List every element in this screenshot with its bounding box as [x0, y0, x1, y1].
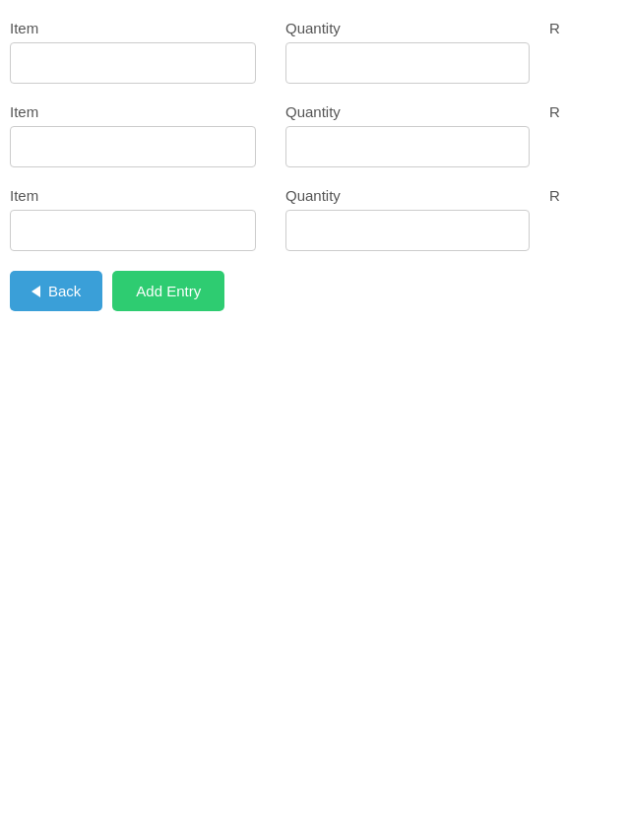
entry-row-1: Item Quantity R [10, 20, 620, 84]
add-entry-label: Add Entry [136, 283, 201, 299]
form-container: Item Quantity R Item Quantity R Item [0, 10, 630, 321]
add-entry-button[interactable]: Add Entry [112, 271, 224, 311]
back-button-label: Back [48, 283, 81, 299]
quantity-input-1[interactable] [285, 42, 530, 84]
item-label-3: Item [10, 187, 256, 204]
item-field-group-3: Item [10, 187, 256, 251]
item-input-1[interactable] [10, 42, 256, 84]
entry-row-3: Item Quantity R [10, 187, 620, 251]
item-label-2: Item [10, 103, 256, 120]
quantity-label-3: Quantity [285, 187, 530, 204]
quantity-field-group-1: Quantity [285, 20, 530, 84]
button-row: Back Add Entry [10, 271, 620, 311]
r-group-3: R [549, 187, 579, 210]
quantity-field-group-2: Quantity [285, 103, 530, 167]
r-group-2: R [549, 103, 579, 126]
r-label-3: R [549, 187, 579, 204]
quantity-label-1: Quantity [285, 20, 530, 36]
item-field-group-1: Item [10, 20, 256, 84]
r-group-1: R [549, 20, 579, 42]
quantity-input-3[interactable] [285, 210, 530, 251]
item-input-3[interactable] [10, 210, 256, 251]
item-input-2[interactable] [10, 126, 256, 167]
item-field-group-2: Item [10, 103, 256, 167]
quantity-input-2[interactable] [285, 126, 530, 167]
chevron-left-icon [32, 286, 40, 297]
item-label-1: Item [10, 20, 256, 36]
quantity-field-group-3: Quantity [285, 187, 530, 251]
entry-row-2: Item Quantity R [10, 103, 620, 167]
r-label-1: R [549, 20, 579, 36]
quantity-label-2: Quantity [285, 103, 530, 120]
r-label-2: R [549, 103, 579, 120]
back-button[interactable]: Back [10, 271, 102, 311]
